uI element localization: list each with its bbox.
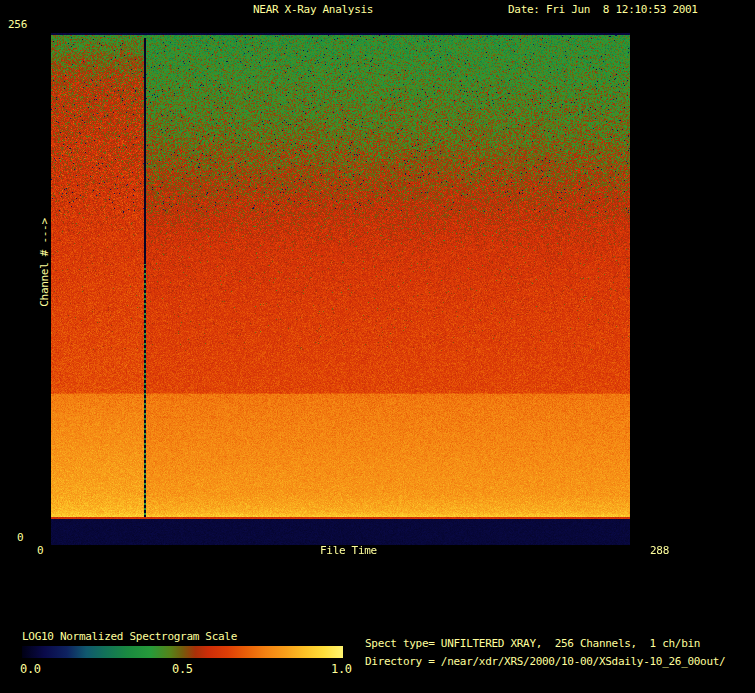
x-axis-origin-label: 0 xyxy=(37,544,43,557)
colorbar-tick-max: 1.0 xyxy=(331,663,352,676)
x-axis-title: File Time xyxy=(320,544,377,557)
x-axis-max-label: 288 xyxy=(650,544,669,557)
colorbar-tick-mid: 0.5 xyxy=(172,663,193,676)
app-title: NEAR X-Ray Analysis xyxy=(253,3,373,16)
colorbar-gradient xyxy=(22,646,343,658)
y-axis-max-label: 256 xyxy=(8,18,27,31)
colorbar-title: LOG10 Normalized Spectrogram Scale xyxy=(22,630,237,643)
y-axis-title: Channel # ---> xyxy=(38,213,51,313)
spect-type-label: Spect type= UNFILTERED XRAY, 256 Channel… xyxy=(365,637,700,650)
colorbar-tick-min: 0.0 xyxy=(20,663,41,676)
date-label: Date: Fri Jun 8 12:10:53 2001 xyxy=(508,3,698,16)
y-axis-min-label: 0 xyxy=(17,531,23,544)
directory-label: Directory = /near/xdr/XRS/2000/10-00/XSd… xyxy=(365,655,725,668)
spectrogram-canvas xyxy=(51,33,630,545)
